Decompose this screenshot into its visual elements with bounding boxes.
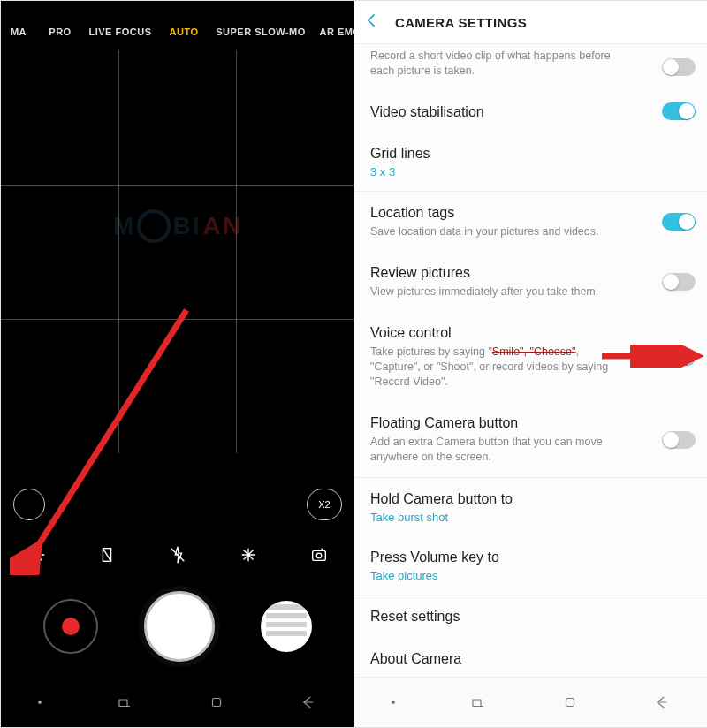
toggle[interactable] — [662, 102, 696, 120]
mode-auto[interactable]: AUTO — [160, 27, 208, 37]
setting-about[interactable]: About Camera — [354, 638, 707, 678]
nav-recents-button[interactable] — [116, 694, 133, 711]
home-icon — [562, 694, 578, 710]
nav-home-button[interactable] — [561, 694, 579, 711]
back-button[interactable] — [363, 11, 381, 33]
switch-camera-button[interactable] — [13, 489, 45, 520]
settings-header: CAMERA SETTINGS — [354, 1, 707, 44]
switch-camera-icon — [14, 489, 44, 519]
mode-strip[interactable]: MA PRO LIVE FOCUS AUTO SUPER SLOW-MO AR … — [1, 1, 354, 50]
system-nav-bar — [354, 677, 707, 727]
toggle-knob-icon — [663, 59, 679, 75]
record-button[interactable] — [43, 599, 98, 654]
flash-button[interactable] — [168, 545, 187, 565]
viewfinder[interactable]: M BI AN — [1, 50, 354, 453]
setting-reset[interactable]: Reset settings — [354, 595, 707, 637]
setting-label: Press Volume key to — [370, 549, 694, 565]
camera-ratio-icon — [309, 545, 329, 565]
svg-point-0 — [34, 552, 39, 557]
grid-line — [118, 50, 119, 453]
toggle-knob-icon — [679, 103, 695, 119]
watermark-text: AN — [202, 212, 241, 240]
recents-icon — [117, 694, 133, 710]
setting-label: Hold Camera button to — [370, 490, 694, 507]
thumb-line-icon — [266, 613, 307, 618]
setting-voice-control[interactable]: Voice control Take pictures by saying "S… — [354, 312, 707, 402]
recents-icon — [470, 694, 486, 710]
zoom-label: X2 — [318, 499, 330, 510]
camera-settings-screen: CAMERA SETTINGS Record a short video cli… — [354, 1, 707, 727]
setting-sub: View pictures immediately after you take… — [370, 284, 618, 300]
setting-label: Location tags — [370, 204, 694, 221]
fullscreen-icon — [97, 545, 117, 565]
setting-sub-strike: Smile", "Cheese" — [492, 345, 576, 358]
setting-label: Voice control — [370, 324, 694, 341]
setting-video-stabilisation[interactable]: Video stabilisation — [354, 91, 707, 133]
svg-rect-5 — [213, 699, 221, 707]
setting-label: Video stabilisation — [370, 103, 694, 120]
zoom-button[interactable]: X2 — [307, 489, 342, 520]
toggle[interactable] — [662, 213, 696, 231]
toggle[interactable] — [662, 273, 696, 291]
aspect-button[interactable] — [309, 545, 329, 565]
system-nav-bar — [1, 678, 354, 727]
setting-label: About Camera — [370, 650, 694, 667]
back-icon — [300, 694, 316, 710]
setting-sub-text: Take pictures by saying " — [370, 345, 492, 358]
watermark-ring-icon — [137, 209, 171, 243]
svg-rect-7 — [566, 699, 574, 707]
nav-back-button[interactable] — [653, 694, 671, 711]
sparkle-icon — [239, 545, 258, 565]
setting-motion-photo[interactable]: Record a short video clip of what happen… — [354, 43, 707, 91]
grid-line — [1, 319, 354, 320]
nav-assistant-icon[interactable] — [392, 701, 395, 704]
toggle-knob-icon — [663, 274, 679, 290]
setting-press-volume-key[interactable]: Press Volume key to Take pictures — [354, 536, 707, 595]
setting-grid-lines[interactable]: Grid lines 3 x 3 — [354, 133, 707, 191]
nav-assistant-icon[interactable] — [38, 701, 42, 704]
toggle-knob-icon — [679, 214, 695, 230]
shutter-button[interactable] — [139, 586, 220, 667]
settings-list[interactable]: Record a short video clip of what happen… — [354, 43, 707, 678]
mode-live-focus[interactable]: LIVE FOCUS — [84, 27, 156, 37]
gallery-thumbnail[interactable] — [261, 601, 312, 652]
flash-off-icon — [168, 545, 187, 565]
nav-home-button[interactable] — [208, 694, 225, 711]
nav-back-button[interactable] — [300, 694, 317, 711]
thumb-line-icon — [266, 622, 307, 627]
setting-label: Reset settings — [370, 608, 694, 625]
mode-pro[interactable]: PRO — [40, 27, 80, 37]
watermark: M BI AN — [113, 209, 242, 243]
svg-point-3 — [316, 553, 322, 558]
filters-button[interactable] — [239, 545, 258, 565]
setting-value: 3 x 3 — [370, 165, 694, 178]
toggle-knob-icon — [679, 349, 695, 365]
setting-review-pictures[interactable]: Review pictures View pictures immediatel… — [354, 252, 707, 312]
setting-value: Take pictures — [370, 569, 694, 582]
grid-line — [236, 50, 237, 453]
toggle[interactable] — [662, 431, 696, 449]
watermark-text: M — [113, 212, 135, 240]
settings-button[interactable] — [27, 545, 46, 565]
fullscreen-button[interactable] — [97, 545, 117, 565]
mode-super-slowmo[interactable]: SUPER SLOW-MO — [211, 27, 310, 37]
toggle[interactable] — [662, 348, 696, 366]
setting-label: Grid lines — [370, 145, 694, 162]
page-title: CAMERA SETTINGS — [395, 15, 527, 30]
setting-location-tags[interactable]: Location tags Save location data in your… — [354, 192, 707, 252]
toggle-knob-icon — [663, 432, 679, 448]
grid-line — [1, 185, 354, 186]
svg-rect-2 — [313, 550, 326, 560]
setting-floating-camera-button[interactable]: Floating Camera button Add an extra Came… — [354, 402, 707, 477]
mode-panorama[interactable]: MA — [1, 27, 36, 37]
setting-hold-camera-button[interactable]: Hold Camera button to Take burst shot — [354, 478, 707, 536]
setting-sub: Save location data in your pictures and … — [370, 224, 618, 239]
nav-recents-button[interactable] — [469, 694, 487, 711]
home-icon — [209, 694, 224, 710]
toggle[interactable] — [662, 58, 696, 76]
shutter-row — [1, 586, 354, 667]
back-icon — [654, 694, 670, 710]
setting-sub: Take pictures by saying "Smile", "Cheese… — [370, 345, 618, 390]
setting-label: Review pictures — [370, 264, 694, 281]
gear-icon — [27, 545, 46, 565]
